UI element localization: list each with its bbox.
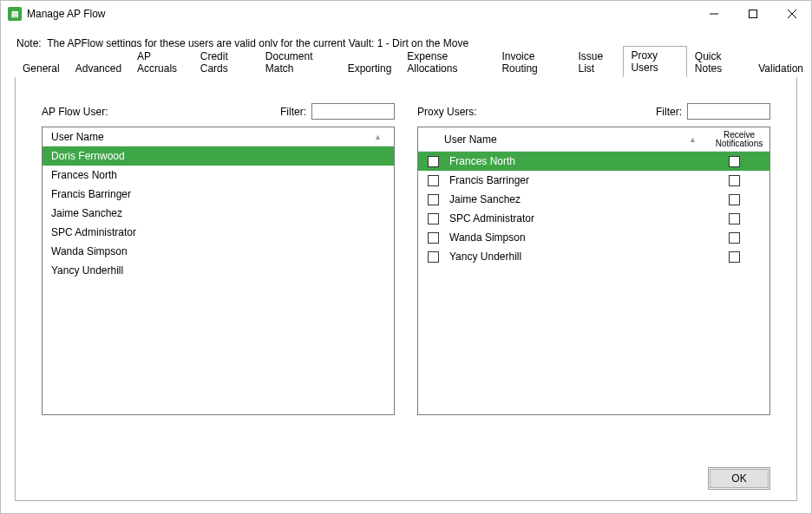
receive-notifications-checkbox[interactable] (704, 213, 764, 224)
receive-notifications-checkbox[interactable] (704, 232, 764, 244)
tab-exporting[interactable]: Exporting (340, 59, 400, 77)
checkbox-icon (729, 194, 740, 205)
user-name-cell: Yancy Underhill (48, 264, 389, 277)
user-name-cell: Doris Fernwood (48, 150, 389, 162)
ap-flow-filter-label: Filter: (280, 106, 306, 118)
tab-advanced[interactable]: Advanced (68, 59, 129, 77)
checkbox-icon (428, 213, 439, 224)
list-item[interactable]: Frances North (43, 166, 394, 185)
ap-flow-user-label: AP Flow User: (42, 106, 108, 118)
list-item[interactable]: Jaime Sanchez (43, 204, 394, 223)
user-name-cell: Jaime Sanchez (442, 193, 704, 205)
note-label: Note: (16, 37, 42, 49)
tab-ap-accruals[interactable]: AP Accruals (129, 47, 193, 77)
tab-credit-cards[interactable]: Credit Cards (193, 47, 258, 77)
list-item[interactable]: Yancy Underhill (418, 247, 769, 266)
proxy-select-checkbox[interactable] (423, 232, 442, 244)
minimize-icon (710, 10, 718, 18)
user-name-cell: SPC Administrator (48, 226, 389, 238)
proxy-filter-input[interactable] (687, 103, 770, 120)
list-item[interactable]: Doris Fernwood (43, 146, 394, 166)
proxy-header-username[interactable]: User Name (444, 133, 497, 146)
checkbox-icon (729, 251, 740, 263)
tab-strip: GeneralAdvancedAP AccrualsCredit CardsDo… (1, 58, 811, 77)
proxy-filter-label: Filter: (656, 106, 682, 118)
user-name-cell: Wanda Simpson (48, 245, 389, 257)
user-name-cell: Frances North (48, 169, 389, 181)
proxy-users-label: Proxy Users: (417, 106, 477, 118)
list-item[interactable]: Francis Barringer (418, 171, 769, 190)
checkbox-icon (729, 175, 740, 186)
list-item[interactable]: Yancy Underhill (43, 261, 394, 280)
checkbox-icon (729, 156, 740, 167)
checkbox-icon (729, 232, 740, 244)
minimize-button[interactable] (694, 1, 733, 27)
proxy-select-checkbox[interactable] (423, 213, 442, 224)
tab-document-match[interactable]: Document Match (258, 47, 340, 77)
sort-asc-icon: ▲ (374, 133, 382, 141)
list-item[interactable]: Wanda Simpson (418, 228, 769, 247)
user-name-cell: Francis Barringer (48, 188, 389, 200)
close-icon (788, 10, 796, 18)
tab-proxy-users[interactable]: Proxy Users (623, 46, 686, 77)
window: ▤ Manage AP Flow Note: The APFlow settin… (0, 0, 812, 514)
sort-asc-icon: ▲ (689, 135, 697, 144)
svg-rect-1 (749, 10, 756, 18)
window-title: Manage AP Flow (27, 8, 106, 20)
tab-expense-allocations[interactable]: Expense Allocations (399, 47, 494, 77)
checkbox-icon (428, 156, 439, 167)
user-name-cell: Frances North (442, 155, 704, 167)
ap-flow-header-username[interactable]: User Name (51, 131, 104, 143)
user-name-cell: Francis Barringer (442, 174, 704, 186)
list-item[interactable]: SPC Administrator (418, 209, 769, 228)
app-icon: ▤ (8, 7, 22, 21)
proxy-select-checkbox[interactable] (423, 156, 442, 167)
user-name-cell: Wanda Simpson (442, 231, 704, 244)
list-item[interactable]: Frances North (418, 152, 769, 171)
list-item[interactable]: Francis Barringer (43, 185, 394, 204)
proxy-select-checkbox[interactable] (423, 194, 442, 205)
user-name-cell: SPC Administrator (442, 212, 704, 224)
list-item[interactable]: Wanda Simpson (43, 242, 394, 261)
receive-notifications-checkbox[interactable] (704, 194, 764, 205)
titlebar: ▤ Manage AP Flow (1, 1, 811, 27)
dialog-footer: OK (708, 467, 770, 490)
ap-flow-user-list[interactable]: User Name ▲ Doris FernwoodFrances NorthF… (42, 127, 395, 415)
proxy-select-checkbox[interactable] (423, 251, 442, 263)
user-name-cell: Yancy Underhill (442, 250, 704, 263)
receive-notifications-checkbox[interactable] (704, 251, 764, 263)
tab-panel: AP Flow User: Filter: User Name ▲ Doris … (15, 77, 797, 501)
tab-issue-list[interactable]: Issue List (570, 47, 623, 77)
list-item[interactable]: Jaime Sanchez (418, 190, 769, 209)
maximize-button[interactable] (733, 1, 772, 27)
checkbox-icon (428, 175, 439, 186)
maximize-icon (749, 10, 757, 18)
proxy-users-list[interactable]: User Name ▲ Receive Notifications France… (417, 127, 770, 415)
tab-validation[interactable]: Validation (750, 59, 811, 77)
window-controls (694, 1, 811, 27)
receive-notifications-checkbox[interactable] (704, 175, 764, 186)
user-name-cell: Jaime Sanchez (48, 207, 389, 219)
ok-button[interactable]: OK (710, 469, 769, 488)
checkbox-icon (428, 232, 439, 244)
proxy-header-receive[interactable]: Receive Notifications (709, 127, 769, 151)
tab-quick-notes[interactable]: Quick Notes (687, 47, 750, 77)
tab-invoice-routing[interactable]: Invoice Routing (494, 47, 570, 77)
checkbox-icon (729, 213, 740, 224)
close-button[interactable] (772, 1, 811, 27)
tab-general[interactable]: General (15, 59, 68, 77)
proxy-select-checkbox[interactable] (423, 175, 442, 186)
checkbox-icon (428, 251, 439, 263)
receive-notifications-checkbox[interactable] (704, 156, 764, 167)
ap-flow-user-pane: AP Flow User: Filter: User Name ▲ Doris … (42, 103, 395, 415)
proxy-users-pane: Proxy Users: Filter: User Name ▲ (417, 103, 770, 415)
ap-flow-filter-input[interactable] (311, 103, 395, 120)
list-item[interactable]: SPC Administrator (43, 223, 394, 242)
checkbox-icon (428, 194, 439, 205)
